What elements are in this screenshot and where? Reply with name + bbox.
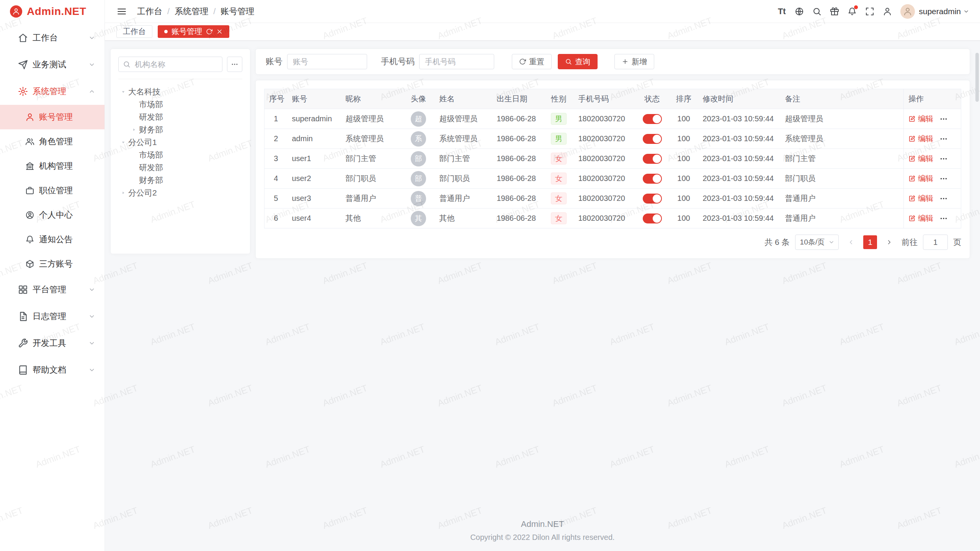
goto-page-input[interactable] [923, 235, 948, 250]
logo[interactable]: Admin.NET [0, 0, 105, 23]
account-input[interactable] [287, 54, 367, 69]
row-more-button[interactable] [939, 174, 948, 183]
edit-icon [908, 175, 916, 182]
edit-button[interactable]: 编辑 [908, 173, 933, 184]
user-icon[interactable] [880, 4, 895, 19]
tab-account-management[interactable]: 账号管理 [158, 25, 229, 38]
right-column: 账号 手机号码 重置 查询 新增 [255, 49, 970, 259]
sidebar-item-system-management[interactable]: 系统管理 [0, 78, 105, 105]
row-more-button[interactable] [939, 214, 948, 223]
status-toggle[interactable] [643, 194, 662, 204]
language-icon[interactable] [792, 4, 807, 19]
org-tree: 大名科技市场部研发部财务部分公司1市场部研发部财务部分公司2 [118, 85, 242, 199]
page-size-select[interactable]: 10条/页 [795, 235, 839, 250]
sidebar-item-platform-management[interactable]: 平台管理 [0, 276, 105, 303]
tab-refresh-icon[interactable] [206, 28, 212, 35]
reset-button[interactable]: 重置 [512, 54, 552, 69]
tree-node-2[interactable]: 研发部 [118, 111, 242, 123]
sidebar-subitem-role-management[interactable]: 角色管理 [0, 129, 105, 154]
edit-label: 编辑 [918, 193, 933, 204]
pagination: 共 6 条 10条/页 1 前往 页 [264, 235, 961, 250]
tree-node-0[interactable]: 大名科技 [118, 85, 242, 98]
edit-button[interactable]: 编辑 [908, 134, 933, 144]
phone-input[interactable] [419, 54, 494, 69]
org-search-input[interactable] [118, 57, 222, 72]
cell-avatar: 超 [402, 109, 435, 129]
tree-node-3[interactable]: 财务部 [118, 123, 242, 136]
sidebar-item-workbench[interactable]: 工作台 [0, 24, 105, 51]
row-more-button[interactable] [939, 115, 948, 123]
refresh-icon [519, 58, 526, 65]
sidebar-subitem-notice[interactable]: 通知公告 [0, 227, 105, 252]
user-avatar[interactable] [900, 4, 915, 19]
cell-status [635, 129, 670, 149]
font-size-icon[interactable]: Tt [774, 4, 789, 19]
sidebar-subitem-third-party-account[interactable]: 三方账号 [0, 252, 105, 276]
cell-avatar: 其 [402, 209, 435, 228]
sidebar-item-dev-tools[interactable]: 开发工具 [0, 330, 105, 357]
sidebar-item-help-docs[interactable]: 帮助文档 [0, 357, 105, 383]
gender-badge: 男 [551, 133, 567, 145]
users-icon [25, 137, 34, 146]
table-row: 6user4其他其其他1986-06-28女180200307201002023… [265, 209, 961, 228]
search-button[interactable]: 查询 [558, 54, 598, 69]
bell-icon[interactable] [844, 4, 860, 19]
status-toggle[interactable] [643, 154, 662, 164]
cell-avatar: 系 [402, 129, 435, 149]
cell-nickname: 普通用户 [341, 189, 402, 209]
tab-workbench[interactable]: 工作台 [116, 25, 152, 38]
edit-button[interactable]: 编辑 [908, 153, 933, 164]
tree-node-8[interactable]: 分公司2 [118, 186, 242, 199]
prev-page-button[interactable] [844, 235, 858, 249]
hamburger-menu-icon[interactable] [114, 4, 129, 19]
tree-node-1[interactable]: 市场部 [118, 98, 242, 111]
row-more-button[interactable] [939, 155, 948, 163]
cell-modified-time: 2023-01-03 10:59:44 [698, 189, 781, 209]
status-toggle[interactable] [643, 174, 662, 184]
tab-close-icon[interactable] [216, 28, 223, 35]
tree-node-4[interactable]: 分公司1 [118, 136, 242, 148]
row-more-button[interactable] [939, 135, 948, 143]
caret-placeholder [129, 150, 139, 160]
sidebar-item-business-test[interactable]: 业务测试 [0, 51, 105, 78]
tree-node-7[interactable]: 财务部 [118, 174, 242, 186]
username[interactable]: superadmin [919, 7, 961, 16]
sidebar-subitem-org-management[interactable]: 机构管理 [0, 154, 105, 178]
edit-button[interactable]: 编辑 [908, 213, 933, 223]
add-button[interactable]: 新增 [614, 54, 654, 69]
cell-nickname: 其他 [341, 209, 402, 228]
table-row: 2admin系统管理员系系统管理员1986-06-28男180200307201… [265, 129, 961, 149]
breadcrumb-item-account-management[interactable]: 账号管理 [220, 6, 254, 17]
breadcrumb-item-workbench[interactable]: 工作台 [137, 6, 162, 17]
breadcrumb-item-system-management[interactable]: 系统管理 [175, 6, 208, 17]
sidebar-subitem-position-management[interactable]: 职位管理 [0, 178, 105, 203]
status-toggle[interactable] [643, 214, 662, 223]
edit-icon [908, 155, 916, 162]
row-more-button[interactable] [939, 194, 948, 203]
cell-remark: 部门主管 [781, 149, 904, 169]
row-avatar: 系 [411, 131, 426, 147]
status-toggle[interactable] [643, 114, 662, 124]
tree-node-5[interactable]: 市场部 [118, 148, 242, 161]
org-more-button[interactable] [227, 57, 242, 72]
sidebar-subitem-account-management[interactable]: 账号管理 [0, 105, 105, 129]
edit-button[interactable]: 编辑 [908, 114, 933, 124]
sidebar-item-log-management[interactable]: 日志管理 [0, 303, 105, 330]
submenu-system-management: 账号管理角色管理机构管理职位管理个人中心通知公告三方账号 [0, 105, 105, 276]
row-avatar: 普 [411, 191, 426, 206]
page-1-button[interactable]: 1 [863, 235, 877, 249]
next-page-button[interactable] [882, 235, 896, 249]
column-header-account: 账号 [287, 89, 341, 109]
edit-label: 编辑 [918, 114, 933, 124]
chevron-down-icon[interactable] [963, 8, 969, 15]
search-icon[interactable] [809, 4, 825, 19]
status-toggle[interactable] [643, 134, 662, 144]
scrollbar-thumb[interactable] [975, 53, 979, 102]
tree-node-6[interactable]: 研发部 [118, 161, 242, 174]
sidebar-subitem-personal-center[interactable]: 个人中心 [0, 203, 105, 227]
cell-name: 普通用户 [435, 189, 492, 209]
column-header-avatar: 头像 [402, 89, 435, 109]
gift-icon[interactable] [827, 4, 842, 19]
fullscreen-icon[interactable] [862, 4, 877, 19]
edit-button[interactable]: 编辑 [908, 193, 933, 204]
